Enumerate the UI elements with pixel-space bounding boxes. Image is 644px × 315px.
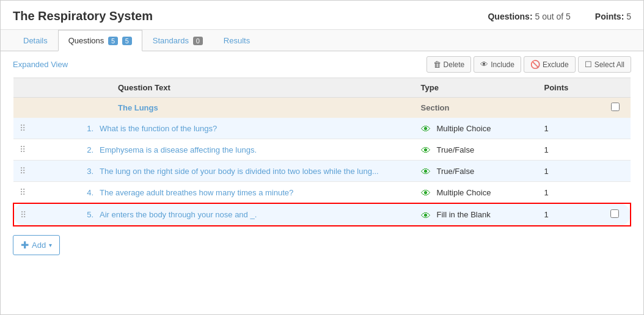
tabs-bar: Details Questions 5 5 Standards 0 Result…: [1, 30, 643, 51]
drag-cell[interactable]: ⠿: [13, 182, 75, 204]
section-checkbox-cell[interactable]: [600, 98, 631, 118]
points-cell-5: 1: [538, 203, 600, 226]
section-drag-cell: [13, 98, 75, 118]
table-header-row: Question Text Type Points: [13, 78, 631, 98]
points-total: Points: 5: [595, 12, 631, 21]
question-link[interactable]: The average adult breathes how many time…: [100, 188, 293, 197]
action-buttons: 🗑 Delete 👁 Include 🚫 Exclude ☐ Select Al…: [426, 56, 631, 73]
page-wrapper: The Respiratory System Questions: 5 out …: [0, 0, 644, 315]
checkbox-cell: [600, 139, 631, 161]
drag-handle-icon: ⠿: [20, 210, 29, 220]
type-label: True/False: [437, 167, 475, 176]
checkbox-cell: [600, 182, 631, 204]
questions-badge2: 5: [122, 37, 132, 45]
type-cell: Multiple Choice: [415, 182, 538, 204]
checkbox-cell: [600, 161, 631, 182]
type-label: Multiple Choice: [437, 188, 491, 197]
drag-handle-icon: ⠿: [20, 187, 29, 197]
tab-details[interactable]: Details: [13, 30, 58, 51]
toolbar: Expanded View 🗑 Delete 👁 Include 🚫 Exclu…: [1, 51, 643, 78]
table-row: ⠿ 4. The average adult breathes how many…: [13, 182, 631, 204]
checkbox-cell: [600, 118, 631, 139]
points-cell: 1: [538, 139, 600, 161]
exclude-icon: 🚫: [530, 60, 540, 69]
type-cell: True/False: [415, 161, 538, 182]
row5-checkbox[interactable]: [610, 209, 619, 218]
type-label-5: Fill in the Blank: [437, 210, 491, 219]
question-text-cell: 2. Emphysema is a disease affecting the …: [75, 139, 415, 161]
th-action: [600, 78, 631, 98]
add-section: ✚ Add ▾: [1, 226, 643, 264]
question-number: 4.: [81, 188, 97, 197]
dropdown-arrow-icon: ▾: [49, 242, 52, 248]
drag-handle-icon: ⠿: [20, 166, 29, 176]
delete-button[interactable]: 🗑 Delete: [426, 56, 472, 73]
standards-badge: 0: [193, 37, 203, 45]
question-link[interactable]: The lung on the right side of your body …: [100, 167, 379, 176]
drag-cell[interactable]: ⠿: [13, 139, 75, 161]
section-name: The Lungs: [75, 98, 415, 118]
question-link-5[interactable]: Air enters the body through your nose an…: [100, 210, 257, 219]
header-meta: Questions: 5 out of 5 Points: 5: [488, 12, 631, 21]
add-button[interactable]: ✚ Add ▾: [13, 235, 60, 255]
tab-standards[interactable]: Standards 0: [142, 30, 213, 51]
type-cell: Multiple Choice: [415, 118, 538, 139]
type-label: True/False: [437, 145, 475, 154]
type-cell-5: Fill in the Blank: [415, 203, 538, 226]
th-drag: [13, 78, 75, 98]
eye-icon: [421, 188, 433, 197]
checkbox-icon: ☐: [585, 60, 592, 69]
th-points: Points: [538, 78, 600, 98]
eye-icon: [421, 145, 433, 154]
question-text-cell: 3. The lung on the right side of your bo…: [75, 161, 415, 182]
questions-table: Question Text Type Points The Lungs Sect…: [13, 78, 631, 226]
table-row-highlighted: ⠿ 5. Air enters the body through your no…: [13, 203, 631, 226]
include-button[interactable]: 👁 Include: [474, 56, 521, 73]
trash-icon: 🗑: [433, 60, 441, 69]
type-cell: True/False: [415, 139, 538, 161]
points-cell: 1: [538, 118, 600, 139]
questions-badge1: 5: [108, 37, 118, 45]
table-row: ⠿ 3. The lung on the right side of your …: [13, 161, 631, 182]
question-text-cell: 1. What is the function of the lungs?: [75, 118, 415, 139]
question-number: 3.: [81, 167, 97, 176]
section-type-cell: Section: [415, 98, 538, 118]
drag-handle-icon: ⠿: [20, 145, 29, 154]
eye-icon: [421, 124, 433, 132]
checkbox-cell-5[interactable]: [600, 203, 631, 226]
exclude-button[interactable]: 🚫 Exclude: [524, 56, 576, 73]
question-link[interactable]: What is the function of the lungs?: [100, 124, 217, 133]
section-checkbox[interactable]: [611, 103, 620, 111]
page-header: The Respiratory System Questions: 5 out …: [1, 1, 643, 30]
tab-questions[interactable]: Questions 5 5: [58, 30, 142, 51]
table-row: ⠿ 1. What is the function of the lungs? …: [13, 118, 631, 139]
include-icon: 👁: [480, 60, 488, 69]
page-title: The Respiratory System: [13, 9, 153, 23]
select-all-button[interactable]: ☐ Select All: [578, 56, 631, 73]
th-question-text: Question Text: [75, 78, 415, 98]
questions-count: Questions: 5 out of 5: [488, 12, 570, 21]
drag-handle-icon: ⠿: [20, 123, 29, 133]
points-cell: 1: [538, 161, 600, 182]
question-number-5: 5.: [81, 210, 97, 219]
question-text-cell: 4. The average adult breathes how many t…: [75, 182, 415, 204]
eye-icon: [421, 167, 433, 175]
question-number: 2.: [81, 145, 97, 154]
plus-icon: ✚: [21, 239, 29, 251]
question-link[interactable]: Emphysema is a disease affecting the lun…: [100, 145, 257, 154]
th-type: Type: [415, 78, 538, 98]
drag-cell[interactable]: ⠿: [13, 161, 75, 182]
eye-icon-5: [421, 211, 433, 219]
tab-results[interactable]: Results: [213, 30, 260, 51]
section-points-cell: [538, 98, 600, 118]
section-row: The Lungs Section: [13, 98, 631, 118]
expanded-view-link[interactable]: Expanded View: [13, 60, 68, 69]
table-container: Question Text Type Points The Lungs Sect…: [1, 78, 643, 226]
points-cell: 1: [538, 182, 600, 204]
table-row: ⠿ 2. Emphysema is a disease affecting th…: [13, 139, 631, 161]
type-label: Multiple Choice: [437, 124, 491, 133]
drag-cell-5[interactable]: ⠿: [13, 203, 75, 226]
question-text-cell-5: 5. Air enters the body through your nose…: [75, 203, 415, 226]
question-number: 1.: [81, 124, 97, 133]
drag-cell[interactable]: ⠿: [13, 118, 75, 139]
